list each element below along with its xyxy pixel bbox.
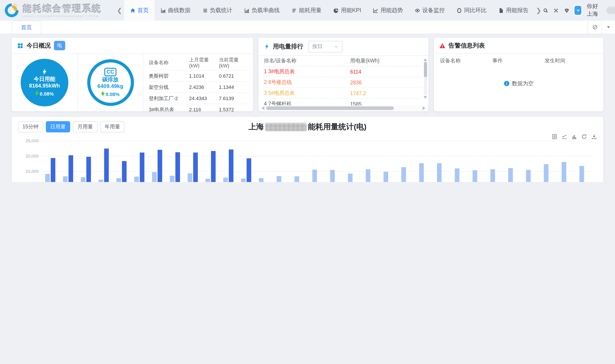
nav-scroll-right-icon[interactable]: ❯ xyxy=(534,7,543,14)
energy-usage-card: 15分钟日用量月用量年用量 上海 能耗用量统计(电) 05,00010,0001… xyxy=(12,117,603,182)
pie-icon xyxy=(333,7,339,13)
top-row: 今日概况 电 今日用能 8164.95kWh 0.08% xyxy=(12,38,603,111)
nav-scroll-left-icon[interactable]: ❮ xyxy=(115,7,124,14)
logo-icon xyxy=(4,2,20,18)
scrollbar-thumb[interactable] xyxy=(266,106,394,110)
table-row: 奥斯柯碧1.10140.6721 xyxy=(149,71,249,82)
today-overview-card: 今日概况 电 今日用能 8164.95kWh 0.08% xyxy=(12,38,253,111)
dashboard: 今日概况 电 今日用能 8164.95kWh 0.08% xyxy=(0,34,615,182)
redacted-username xyxy=(607,7,615,14)
tab-strip: 首页 xyxy=(0,21,615,34)
ranking-header: 用电量排行 按日 xyxy=(258,38,428,56)
vertical-scrollbar[interactable] xyxy=(423,57,427,100)
lines-icon xyxy=(291,7,297,13)
grid-icon xyxy=(17,42,23,49)
navbar-right: 你好 上海 xyxy=(543,3,615,18)
eye-icon xyxy=(415,7,420,13)
scroll-up-icon[interactable] xyxy=(423,57,427,61)
lightning-icon xyxy=(264,43,270,49)
ranking-row: 1 3#电房总表6114 xyxy=(264,66,422,77)
warning-icon xyxy=(439,42,445,49)
ranking-period-select[interactable]: 按日 xyxy=(308,41,342,52)
app-root: 能耗综合管理系统 ENERGY CONSUMPTION MANAGEMENT S… xyxy=(0,0,615,182)
ranking-row: 2 8号楼总线2836 xyxy=(264,77,422,88)
energy-bar-chart: 05,00010,00015,00020,00025,0000102030405… xyxy=(18,137,597,182)
demand-table-header: 设备名称上月需量 (kW)当前需量 (kW) xyxy=(149,56,249,71)
ranking-card: 用电量排行 按日 排名/设备名称用电量(kWh)1 3#电房总表61142 8号… xyxy=(258,38,428,111)
app-logo: 能耗综合管理系统 ENERGY CONSUMPTION MANAGEMENT S… xyxy=(4,2,115,18)
electricity-badge[interactable]: 电 xyxy=(54,41,65,50)
nav-item-eye[interactable]: 设备监控 xyxy=(409,0,451,21)
cc-icon: CC xyxy=(104,68,117,76)
file-icon xyxy=(498,7,504,13)
nav-item-list[interactable]: 负载统计 xyxy=(196,0,238,21)
chevron-down-icon xyxy=(334,44,338,49)
nav-item-trend[interactable]: 用能趋势 xyxy=(367,0,409,21)
alarm-column-header: 发生时间 xyxy=(545,57,597,64)
nav-item-file[interactable]: 用能报告 xyxy=(492,0,534,21)
scroll-down-icon[interactable] xyxy=(423,96,427,101)
ranking-table-header: 排名/设备名称用电量(kWh) xyxy=(264,56,422,66)
lightning-icon xyxy=(41,68,48,75)
svg-text:25,000: 25,000 xyxy=(26,139,39,143)
scroll-right-icon[interactable] xyxy=(422,106,427,110)
today-overview-header: 今日概况 电 xyxy=(12,38,253,54)
theme-icon[interactable] xyxy=(564,7,569,14)
ranking-row: 3 5#电房总表1747.2 xyxy=(264,88,422,99)
top-navbar: 能耗综合管理系统 ENERGY CONSUMPTION MANAGEMENT S… xyxy=(0,0,615,21)
alarm-column-header: 设备名称 xyxy=(440,57,492,64)
ranking-title: 用电量排行 xyxy=(273,42,303,51)
app-subtitle: ENERGY CONSUMPTION MANAGEMENT SYSTEM xyxy=(23,15,102,18)
nav-item-area[interactable]: 曲线数据 xyxy=(154,0,196,21)
middle-row: 15分钟日用量月用量年用量 上海 能耗用量统计(电) 05,00010,0001… xyxy=(12,117,603,182)
home-icon xyxy=(130,7,136,13)
tab-home[interactable]: 首页 xyxy=(12,21,41,34)
alarm-card: 告警信息列表 设备名称事件发生时间 数据为空 xyxy=(433,38,603,111)
main-nav: 首页曲线数据负载统计负载率曲线能耗用量用能KPI用能趋势设备监控同比环比用能报告 xyxy=(124,0,534,21)
app-switcher-icon[interactable] xyxy=(574,6,581,15)
horizontal-scrollbar[interactable] xyxy=(258,105,428,111)
tab-close-all-icon[interactable] xyxy=(588,21,601,34)
table-row: 架空分线2.42361.1344 xyxy=(149,82,249,93)
today-overview-title: 今日概况 xyxy=(27,41,51,50)
barcurve-icon xyxy=(244,7,250,13)
nav-item-lines[interactable]: 能耗用量 xyxy=(285,0,327,21)
decrease-arrow-icon xyxy=(101,93,105,96)
user-greeting[interactable]: 你好 上海 xyxy=(587,3,615,18)
ring-icon xyxy=(457,7,462,13)
nav-item-pie[interactable]: 用能KPI xyxy=(327,0,367,21)
demand-table: 设备名称上月需量 (kW)当前需量 (kW)奥斯柯碧1.10140.6721架空… xyxy=(143,54,253,111)
empty-state: 数据为空 xyxy=(433,64,603,103)
table-row: 3#电房总表2.1161.5372 xyxy=(149,104,249,111)
tab-tools xyxy=(587,21,615,34)
table-row: 登利加工厂-224.43437.6139 xyxy=(149,93,249,104)
app-title: 能耗综合管理系统 xyxy=(23,3,102,15)
nav-item-home[interactable]: 首页 xyxy=(124,0,154,21)
alarm-header: 告警信息列表 xyxy=(433,38,603,54)
info-icon xyxy=(503,80,510,87)
alarm-title: 告警信息列表 xyxy=(448,41,485,50)
alarm-table-headers: 设备名称事件发生时间 xyxy=(433,54,603,64)
scroll-left-icon[interactable] xyxy=(260,106,264,110)
energy-chart-title: 上海 能耗用量统计(电) xyxy=(12,122,603,132)
redacted-company xyxy=(265,123,307,131)
tab-menu-caret-icon[interactable] xyxy=(601,21,615,34)
alarm-column-header: 事件 xyxy=(492,57,545,64)
fullscreen-icon[interactable] xyxy=(554,7,559,14)
decrease-arrow-icon xyxy=(35,92,39,95)
svg-text:20,000: 20,000 xyxy=(26,154,39,158)
area-icon xyxy=(160,7,166,13)
search-icon[interactable] xyxy=(543,7,548,14)
carbon-circle: CC 碳排放 6409.49kg 0.08% xyxy=(87,59,134,106)
scrollbar-thumb[interactable] xyxy=(424,62,427,77)
list-icon xyxy=(202,7,208,13)
nav-item-barcurve[interactable]: 负载率曲线 xyxy=(238,0,285,21)
nav-item-ring[interactable]: 同比环比 xyxy=(451,0,492,21)
svg-text:15,000: 15,000 xyxy=(26,169,39,174)
today-energy-circle: 今日用能 8164.95kWh 0.08% xyxy=(21,59,68,106)
trend-icon xyxy=(373,7,379,13)
